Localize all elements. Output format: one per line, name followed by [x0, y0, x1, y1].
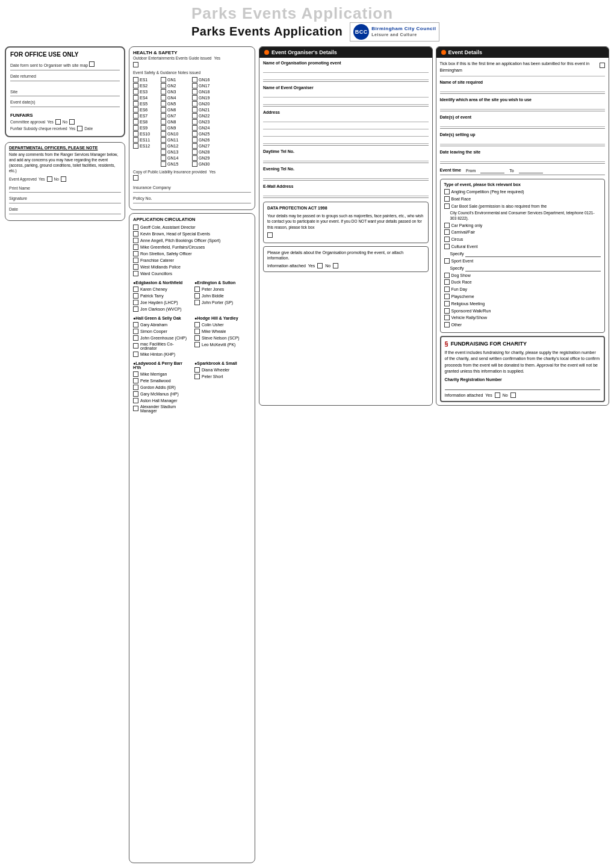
ron-cb[interactable] — [133, 251, 138, 256]
es8-cb[interactable] — [133, 119, 138, 125]
john-gh-cb[interactable] — [133, 335, 138, 341]
es6-cb[interactable] — [133, 107, 138, 113]
carnival-cb[interactable] — [444, 229, 450, 235]
fun-day-cb[interactable] — [444, 287, 450, 292]
patrick-cb[interactable] — [133, 293, 138, 299]
playscheme-cb[interactable] — [444, 294, 450, 299]
gn8-cb[interactable] — [161, 119, 166, 125]
gn18-cb[interactable] — [192, 89, 197, 95]
gary-ab-cb[interactable] — [133, 322, 138, 327]
event-approved-yes-cb[interactable] — [47, 176, 52, 182]
gn22-cb[interactable] — [192, 113, 197, 119]
john-porter-cb[interactable] — [194, 300, 200, 305]
date-sent-checkbox[interactable] — [89, 61, 95, 67]
joe-cb[interactable] — [133, 300, 138, 305]
es4-cb[interactable] — [133, 95, 138, 101]
gn21-cb[interactable] — [192, 107, 197, 113]
angling-cb[interactable] — [444, 189, 450, 194]
vehicle-cb[interactable] — [444, 315, 450, 320]
cultural-cb[interactable] — [444, 244, 450, 249]
data-protection-cb[interactable] — [267, 232, 273, 238]
gn3-cb[interactable] — [161, 89, 166, 95]
peter-short-cb[interactable] — [194, 374, 200, 379]
gn7-cb[interactable] — [161, 113, 166, 119]
mike-w-cb[interactable] — [194, 329, 200, 334]
mac-cb[interactable] — [133, 343, 138, 349]
circus-cb[interactable] — [444, 237, 450, 242]
es11-cb[interactable] — [133, 137, 138, 143]
gn13-cb[interactable] — [161, 149, 166, 155]
gn20-cb[interactable] — [192, 101, 197, 107]
kevin-cb[interactable] — [133, 231, 138, 237]
leo-cb[interactable] — [194, 342, 200, 347]
fundraising-yes-cb[interactable] — [495, 392, 500, 398]
gn16-cb[interactable] — [192, 77, 197, 82]
es1-cb[interactable] — [133, 77, 138, 82]
funfair-yes-cb[interactable] — [77, 126, 82, 131]
gn24-cb[interactable] — [192, 125, 197, 131]
religious-cb[interactable] — [444, 301, 450, 306]
info-yes-cb[interactable] — [317, 263, 323, 268]
gn1-cb[interactable] — [161, 77, 166, 82]
first-time-cb[interactable] — [600, 63, 605, 68]
es3-cb[interactable] — [133, 89, 138, 95]
es5-cb[interactable] — [133, 101, 138, 107]
diana-cb[interactable] — [194, 367, 200, 373]
mike-h-cb[interactable] — [133, 352, 138, 357]
fundraising-no-cb[interactable] — [510, 392, 516, 398]
es7-cb[interactable] — [133, 113, 138, 119]
pete-s-cb[interactable] — [133, 378, 138, 383]
peter-jones-cb[interactable] — [194, 287, 200, 292]
police-cb[interactable] — [133, 264, 138, 270]
aston-cb[interactable] — [133, 398, 138, 403]
gn4-cb[interactable] — [161, 95, 166, 101]
mike-m-cb[interactable] — [133, 371, 138, 377]
gn11-cb[interactable] — [161, 137, 166, 143]
committee-no-cb[interactable] — [69, 119, 75, 125]
outdoor-cb[interactable] — [133, 62, 138, 67]
gn14-cb[interactable] — [161, 155, 166, 161]
insurance-cb[interactable] — [133, 175, 138, 181]
car-parking-cb[interactable] — [444, 223, 450, 228]
es12-cb[interactable] — [133, 143, 138, 149]
gn29-cb[interactable] — [192, 155, 197, 161]
sponsored-cb[interactable] — [444, 308, 450, 314]
karen-cb[interactable] — [133, 287, 138, 292]
sport-cb[interactable] — [444, 258, 450, 264]
gn19-cb[interactable] — [192, 95, 197, 101]
boat-cb[interactable] — [444, 196, 450, 202]
es10-cb[interactable] — [133, 131, 138, 137]
gn23-cb[interactable] — [192, 119, 197, 125]
john-biddle-cb[interactable] — [194, 293, 200, 299]
es2-cb[interactable] — [133, 83, 138, 88]
other-cb[interactable] — [444, 322, 450, 327]
gn12-cb[interactable] — [161, 143, 166, 149]
gn30-cb[interactable] — [192, 161, 197, 167]
ward-cb[interactable] — [133, 271, 138, 276]
gn17-cb[interactable] — [192, 83, 197, 88]
es9-cb[interactable] — [133, 125, 138, 131]
anne-cb[interactable] — [133, 238, 138, 243]
dog-show-cb[interactable] — [444, 273, 450, 278]
duck-race-cb[interactable] — [444, 279, 450, 285]
jon-cb[interactable] — [133, 306, 138, 312]
franchise-cb[interactable] — [133, 258, 138, 263]
geoff-cb[interactable] — [133, 225, 138, 230]
gn27-cb[interactable] — [192, 143, 197, 149]
alexander-cb[interactable] — [133, 406, 138, 411]
gn5-cb[interactable] — [161, 101, 166, 107]
car-boot-cb[interactable] — [444, 203, 450, 209]
gn6-cb[interactable] — [161, 107, 166, 113]
gordon-cb[interactable] — [133, 385, 138, 390]
gn15-cb[interactable] — [161, 161, 166, 167]
gn10-cb[interactable] — [161, 131, 166, 137]
gn28-cb[interactable] — [192, 149, 197, 155]
colin-cb[interactable] — [194, 322, 200, 327]
steve-cb[interactable] — [194, 335, 200, 341]
gn26-cb[interactable] — [192, 137, 197, 143]
gn2-cb[interactable] — [161, 83, 166, 88]
committee-yes-cb[interactable] — [55, 119, 61, 125]
event-approved-no-cb[interactable] — [61, 176, 66, 182]
mike-cb[interactable] — [133, 244, 138, 250]
gary-mc-cb[interactable] — [133, 391, 138, 397]
